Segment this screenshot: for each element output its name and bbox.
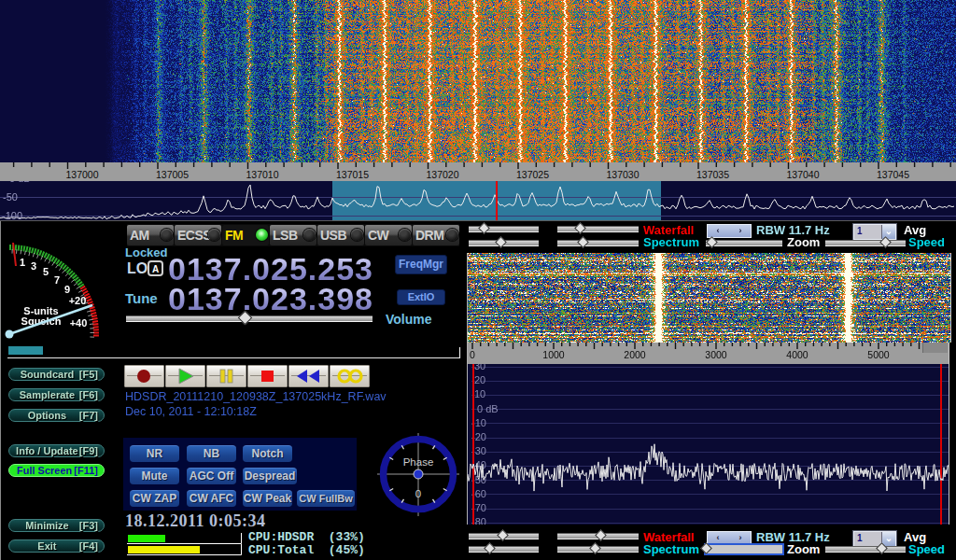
svg-text:5: 5 bbox=[43, 266, 49, 277]
svg-text:137035: 137035 bbox=[696, 169, 729, 180]
svg-text:+20: +20 bbox=[69, 295, 87, 306]
svg-text:9: 9 bbox=[64, 284, 70, 295]
svg-text:137020: 137020 bbox=[427, 169, 459, 180]
svg-text:137040: 137040 bbox=[787, 169, 820, 180]
svg-text:2000: 2000 bbox=[624, 349, 646, 360]
svg-text:Phase: Phase bbox=[403, 456, 434, 468]
svg-text:137005: 137005 bbox=[156, 169, 189, 180]
svg-text:3000: 3000 bbox=[705, 349, 727, 360]
svg-text:1000: 1000 bbox=[542, 349, 565, 360]
svg-text:7: 7 bbox=[54, 274, 60, 286]
svg-text:+40: +40 bbox=[70, 317, 88, 329]
svg-text:137015: 137015 bbox=[336, 169, 369, 180]
svg-text:4000: 4000 bbox=[786, 349, 808, 360]
svg-text:137010: 137010 bbox=[246, 169, 279, 180]
svg-text:0: 0 bbox=[415, 488, 421, 499]
svg-text:5000: 5000 bbox=[867, 349, 890, 360]
svg-text:137045: 137045 bbox=[877, 169, 909, 180]
svg-text:137025: 137025 bbox=[516, 169, 549, 180]
svg-text:1: 1 bbox=[20, 257, 25, 268]
svg-text:137000: 137000 bbox=[66, 169, 99, 180]
svg-text:0: 0 bbox=[470, 349, 475, 360]
svg-text:3: 3 bbox=[31, 260, 36, 272]
svg-text:137030: 137030 bbox=[607, 169, 640, 180]
